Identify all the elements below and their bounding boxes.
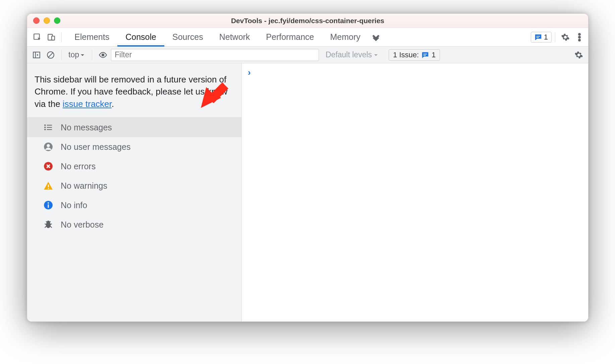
svg-point-30 [47, 221, 50, 224]
live-expression-button[interactable] [97, 49, 109, 61]
maximize-window-button[interactable] [54, 17, 60, 24]
svg-line-11 [49, 53, 53, 57]
titlebar: DevTools - jec.fyi/demo/css-container-qu… [27, 14, 588, 28]
issues-badge[interactable]: 1 Issue: 1 [389, 49, 440, 61]
issue-tracker-link[interactable]: issue tracker [63, 99, 112, 109]
svg-point-28 [48, 202, 49, 204]
tab-network[interactable]: Network [211, 28, 258, 47]
levels-label: Default levels [326, 50, 372, 59]
svg-point-22 [47, 144, 50, 147]
devtools-window: DevTools - jec.fyi/demo/css-container-qu… [27, 13, 589, 322]
filter-messages[interactable]: No messages [27, 118, 241, 137]
close-window-button[interactable] [33, 17, 40, 24]
filter-label: No info [61, 200, 87, 210]
filter-user-messages[interactable]: No user messages [27, 137, 241, 157]
settings-button[interactable] [559, 31, 572, 44]
inspect-element-button[interactable] [31, 31, 44, 44]
svg-point-19 [44, 127, 46, 128]
bug-icon [43, 220, 53, 230]
svg-rect-25 [48, 188, 49, 189]
tab-performance[interactable]: Performance [258, 28, 322, 47]
svg-rect-2 [52, 36, 55, 40]
issues-label: 1 Issue: [393, 51, 419, 59]
filter-errors[interactable]: No errors [27, 157, 241, 176]
panel-tabs: Elements Console Sources Network Perform… [66, 28, 369, 47]
feedback-badge[interactable]: 1 [531, 32, 552, 43]
tab-memory[interactable]: Memory [322, 28, 368, 47]
list-icon [43, 122, 53, 132]
tab-console[interactable]: Console [117, 28, 164, 47]
filter-label: No messages [61, 123, 112, 132]
filter-warnings[interactable]: No warnings [27, 176, 241, 195]
console-output[interactable]: › [242, 63, 588, 321]
content-area: This sidebar will be removed in a future… [27, 63, 588, 321]
eye-icon [99, 51, 107, 59]
gear-icon [574, 51, 583, 59]
kebab-icon [578, 33, 581, 42]
filter-input[interactable] [111, 49, 319, 61]
chat-icon [422, 51, 429, 59]
svg-point-18 [44, 125, 46, 126]
console-toolbar: top Default levels 1 Issue: 1 [27, 47, 588, 63]
gear-icon [561, 33, 570, 42]
filter-info[interactable]: No info [27, 195, 241, 215]
svg-point-6 [578, 36, 580, 38]
warning-icon [43, 181, 53, 191]
deprecation-notice: This sidebar will be removed in a future… [27, 63, 241, 118]
svg-point-7 [578, 39, 580, 41]
filter-verbose[interactable]: No verbose [27, 215, 241, 234]
info-icon [43, 200, 53, 210]
feedback-count: 1 [544, 33, 548, 42]
context-label: top [68, 50, 79, 59]
tab-sources[interactable]: Sources [164, 28, 211, 47]
console-settings-button[interactable] [573, 49, 585, 61]
toggle-sidebar-button[interactable] [31, 49, 43, 61]
window-title: DevTools - jec.fyi/demo/css-container-qu… [231, 17, 384, 25]
filter-label: No user messages [61, 142, 130, 152]
sidebar-filters: No messages No user messages No errors N… [27, 118, 241, 234]
dropdown-icon [373, 52, 379, 58]
tab-elements[interactable]: Elements [66, 28, 117, 47]
chat-icon [535, 34, 542, 41]
console-prompt: › [248, 67, 251, 77]
context-selector[interactable]: top [66, 50, 87, 59]
dropdown-icon [80, 52, 85, 58]
minimize-window-button[interactable] [44, 17, 50, 24]
svg-rect-24 [48, 185, 49, 187]
svg-point-5 [578, 33, 580, 35]
svg-point-20 [44, 129, 46, 130]
main-toolbar: Elements Console Sources Network Perform… [27, 28, 588, 47]
separator [92, 50, 92, 60]
more-tabs-button[interactable] [369, 31, 383, 44]
console-sidebar: This sidebar will be removed in a future… [27, 63, 242, 321]
window-controls [33, 17, 60, 24]
user-icon [43, 142, 53, 152]
separator [555, 32, 555, 42]
separator [61, 32, 62, 42]
filter-label: No verbose [61, 220, 104, 230]
svg-rect-14 [424, 55, 426, 56]
svg-rect-27 [48, 204, 49, 208]
filter-label: No warnings [61, 181, 107, 191]
device-toggle-button[interactable] [45, 31, 58, 44]
issues-count: 1 [432, 51, 436, 59]
error-icon [43, 161, 53, 171]
filter-label: No errors [61, 162, 96, 171]
svg-rect-3 [536, 36, 540, 37]
svg-point-12 [102, 54, 104, 56]
separator [61, 50, 62, 60]
more-options-button[interactable] [573, 31, 586, 44]
clear-console-button[interactable] [45, 49, 57, 61]
svg-rect-13 [424, 54, 427, 54]
svg-rect-4 [536, 37, 539, 38]
period: . [112, 99, 114, 109]
log-levels-selector[interactable]: Default levels [326, 50, 379, 59]
